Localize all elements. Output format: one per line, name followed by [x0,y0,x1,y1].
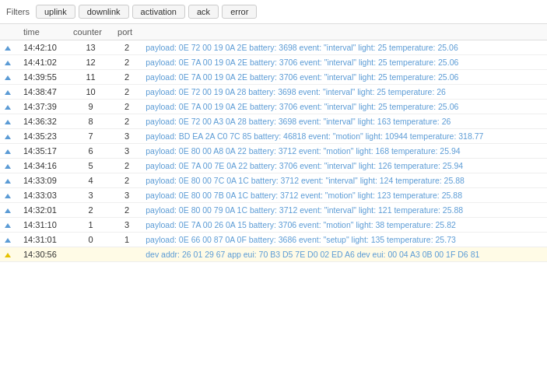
arrow-up-icon [5,194,11,198]
row-data: payload: 0E 7A 00 19 0A 2E battery: 3706… [141,100,547,114]
row-arrow [0,233,19,247]
row-counter: 5 [68,159,113,173]
row-data: payload: 0E 7A 00 19 0A 2E battery: 3706… [141,70,547,85]
table-row: 14:37:39 9 2 payload: 0E 7A 00 19 0A 2E … [0,100,547,114]
row-time: 14:35:23 [19,129,68,144]
filters-bar: Filters uplink downlink activation ack e… [0,0,547,24]
row-port [113,247,141,262]
row-arrow [0,100,19,114]
row-data: payload: BD EA 2A C0 7C 85 battery: 4681… [141,129,547,144]
row-data: payload: 0E 80 00 A8 0A 22 battery: 3712… [141,144,547,159]
row-arrow [0,70,19,85]
table-row: 14:33:03 3 3 payload: 0E 80 00 7B 0A 1C … [0,188,547,203]
col-data [141,24,547,40]
row-counter: 3 [68,188,113,203]
table-row: 14:41:02 12 2 payload: 0E 7A 00 19 0A 2E… [0,55,547,70]
row-time: 14:42:10 [19,40,68,55]
row-counter: 9 [68,100,113,114]
row-port: 2 [113,114,141,129]
row-data: payload: 0E 80 00 79 0A 1C battery: 3712… [141,203,547,218]
row-port: 2 [113,55,141,70]
row-counter: 10 [68,85,113,100]
row-port: 2 [113,173,141,188]
row-data: payload: 0E 80 00 7B 0A 1C battery: 3712… [141,188,547,203]
row-arrow [0,85,19,100]
row-counter: 13 [68,40,113,55]
row-counter: 6 [68,144,113,159]
col-time: time [19,24,68,40]
table-row: 14:35:23 7 3 payload: BD EA 2A C0 7C 85 … [0,129,547,144]
row-port: 2 [113,203,141,218]
filter-downlink[interactable]: downlink [79,5,129,19]
row-time: 14:33:09 [19,173,68,188]
row-counter: 1 [68,218,113,233]
row-port: 2 [113,100,141,114]
table-row: 14:33:09 4 2 payload: 0E 80 00 7C 0A 1C … [0,173,547,188]
arrow-up-icon [5,208,11,213]
row-port: 3 [113,188,141,203]
row-port: 3 [113,129,141,144]
row-arrow [0,173,19,188]
row-port: 2 [113,85,141,100]
row-counter: 8 [68,114,113,129]
arrow-up-icon [5,61,11,65]
row-time: 14:38:47 [19,85,68,100]
filters-label: Filters [6,7,30,16]
row-arrow [0,55,19,70]
arrow-up-icon [5,75,11,80]
table-row: 14:34:16 5 2 payload: 0E 7A 00 7E 0A 22 … [0,159,547,173]
filter-ack[interactable]: ack [188,5,219,19]
arrow-up-icon [5,135,11,139]
row-data: payload: 0E 7A 00 19 0A 2E battery: 3706… [141,55,547,70]
row-time: 14:32:01 [19,203,68,218]
arrow-up-icon [5,90,11,95]
table-row: 14:32:01 2 2 payload: 0E 80 00 79 0A 1C … [0,203,547,218]
row-time: 14:37:39 [19,100,68,114]
arrow-up-icon [5,179,11,184]
data-table: time counter port 14:42:10 13 2 payload:… [0,24,547,262]
row-arrow [0,40,19,55]
row-arrow [0,188,19,203]
row-arrow [0,114,19,129]
row-data: payload: 0E 7A 00 26 0A 15 battery: 3706… [141,218,547,233]
row-data: payload: 0E 72 00 19 0A 2E battery: 3698… [141,40,547,55]
row-time: 14:34:16 [19,159,68,173]
row-counter: 2 [68,203,113,218]
row-time: 14:33:03 [19,188,68,203]
table-row: 14:35:17 6 3 payload: 0E 80 00 A8 0A 22 … [0,144,547,159]
arrow-up-icon [5,46,11,51]
arrow-up-icon [5,105,11,110]
col-counter: counter [68,24,113,40]
arrow-up-icon [5,149,11,154]
row-time: 14:30:56 [19,247,68,262]
table-row: 14:38:47 10 2 payload: 0E 72 00 19 0A 28… [0,85,547,100]
row-time: 14:31:10 [19,218,68,233]
row-data: payload: 0E 72 00 19 0A 28 battery: 3698… [141,85,547,100]
filter-activation[interactable]: activation [132,5,185,19]
row-counter: 12 [68,55,113,70]
row-counter [68,247,113,262]
arrow-up-icon [5,238,11,243]
row-port: 3 [113,144,141,159]
row-port: 3 [113,218,141,233]
table-row: 14:31:10 1 3 payload: 0E 7A 00 26 0A 15 … [0,218,547,233]
col-port: port [113,24,141,40]
table-header-row: time counter port [0,24,547,40]
row-time: 14:35:17 [19,144,68,159]
filter-error[interactable]: error [222,5,257,19]
row-arrow [0,129,19,144]
row-time: 14:36:32 [19,114,68,129]
row-port: 1 [113,233,141,247]
row-counter: 7 [68,129,113,144]
row-port: 2 [113,40,141,55]
filter-uplink[interactable]: uplink [36,5,75,19]
row-data: payload: 0E 7A 00 7E 0A 22 battery: 3706… [141,159,547,173]
row-port: 2 [113,159,141,173]
row-port: 2 [113,70,141,85]
row-arrow [0,218,19,233]
arrow-icon [5,253,11,257]
arrow-up-icon [5,164,11,169]
table-row: 14:36:32 8 2 payload: 0E 72 00 A3 0A 28 … [0,114,547,129]
row-counter: 4 [68,173,113,188]
row-arrow [0,247,19,262]
